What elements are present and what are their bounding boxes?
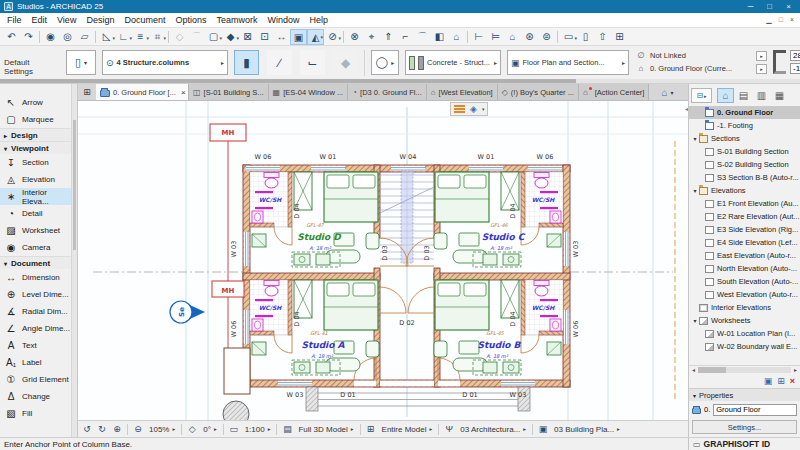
menu-document[interactable]: Document [119,15,170,25]
roof-icon[interactable]: ⌂ [504,29,521,45]
zoom-level-dropdown[interactable]: 105% [146,425,178,434]
pet-palette[interactable]: ◈ ▾ [450,102,488,116]
nav-item-worksheets[interactable]: ▾Worksheets [689,314,800,327]
scroll-right-icon[interactable]: ▸ [791,366,800,373]
nav-item-south-elevation-auto[interactable]: South Elevation (Auto-... [689,275,800,288]
tab-s-01-building-section[interactable]: ◫[S-01 Building S... [189,84,269,100]
nav-item-west-elevation-auto-r[interactable]: West Elevation (Auto-r... [689,288,800,301]
view-map-tab[interactable]: ▤ [735,88,752,103]
project-map-tab[interactable]: ⌂ [717,88,734,103]
toolbox-group-document[interactable]: ▾Document [0,256,71,269]
undo-icon[interactable]: ↶ [3,29,20,45]
trim-icon[interactable]: ⌐ [397,29,414,45]
building-material-dropdown[interactable]: Concrete - Struct... ▸ [405,50,501,75]
flag-end-icon[interactable]: ⊨ [487,29,504,45]
model-icon[interactable]: ▤ [280,424,294,434]
pen-set-icon[interactable]: ▣ [536,424,550,434]
frame-icon[interactable]: ▢ [205,29,222,45]
column-vertical-icon[interactable]: ▮ [234,50,259,75]
zoom-previous-icon[interactable]: ↺ [80,424,94,434]
toolbox-tool-camera[interactable]: ◉Camera [0,239,71,256]
pick-up-parameters-icon[interactable]: ◉ [42,29,59,45]
toolbox-tool-text[interactable]: AText [0,337,71,354]
orientation-dropdown[interactable]: 0° [200,425,219,434]
settings-button[interactable]: Settings... [692,420,797,434]
save-current-view-icon[interactable]: ▣ [764,376,773,386]
guide-lines-icon[interactable]: ◺ [98,29,115,45]
delete-item-icon[interactable]: × [790,376,795,386]
resize-icon[interactable]: ◧ [431,29,448,45]
top-link-button[interactable]: ▸ [756,51,767,61]
elevation-marker[interactable]: Se [170,301,205,323]
nav-item-0-ground-floor[interactable]: 0. Ground Floor [689,106,800,119]
tree-arrow-icon[interactable]: ▾ [691,317,699,324]
nav-item-s-02-building-section[interactable]: S-02 Building Section [689,158,800,171]
move-icon[interactable]: ⊠ [239,29,256,45]
tab-boys-quarter[interactable]: ◇(!) Boy's Quarter ... [498,84,579,100]
nav-item-w-02-boundary-wall-e[interactable]: W-02 Boundary wall E... [689,340,800,353]
toolbox-tool-change[interactable]: ΔChange [0,388,71,405]
infobar-scrollbar[interactable] [0,79,800,83]
tree-arrow-icon[interactable]: ▾ [691,187,699,194]
publisher-tab[interactable]: ▦ [771,88,788,103]
visual-compare-icon[interactable]: ◭ [307,29,324,45]
nav-item-east-elevation-auto-r[interactable]: East Elevation (Auto-r... [689,249,800,262]
nav-item-s-01-building-section[interactable]: S-01 Building Section [689,145,800,158]
toolbox-tool-label[interactable]: A₁Label [0,354,71,371]
zoom-in-icon[interactable]: ⊕ [110,424,124,434]
toolbox-tool-marquee[interactable]: ▢Marquee [0,111,71,128]
window-tools-icon[interactable]: ▭ [560,29,577,45]
window-minimize-button[interactable]: ─ [743,2,758,11]
mdi-close-icon[interactable]: × [790,16,794,24]
window-maximize-button[interactable]: □ [762,2,777,11]
toolbox-group-viewpoint[interactable]: ▾Viewpoint [0,141,71,154]
snap-guides-icon[interactable]: ∟ [115,29,132,45]
menu-edit[interactable]: Edit [27,15,53,25]
scroll-left-icon[interactable]: ◂ [689,366,698,373]
duplicate-window-icon[interactable]: ▯ [577,29,594,45]
window-close-button[interactable]: × [781,2,796,11]
toolbox-tool-dimension[interactable]: ↔Dimension [0,269,71,286]
toolbox-tool-fill[interactable]: ▧Fill [0,405,71,422]
tab-d3-0-ground-floor[interactable]: ◔[D3 0. Ground Fl... [348,84,427,100]
toolbox-tool-section[interactable]: ↧Section [0,154,71,171]
nav-item-w-01-location-plan-i[interactable]: W-01 Location Plan (I... [689,327,800,340]
toolbox-tool-interior-eleva[interactable]: ∗Interior Eleva... [0,188,71,205]
new-folder-icon[interactable]: ⊞ [777,376,785,386]
column-slanted-icon[interactable]: ∕ [267,50,292,75]
tab-action-center[interactable]: ⌂[Action Center] [579,84,649,100]
toolbox-tool-radial-dim[interactable]: ∡Radial Dim... [0,303,71,320]
profile-shape-button[interactable]: ◯ ▸ [371,50,399,75]
raise-window-icon[interactable]: ⇧ [594,29,611,45]
eyedropper-icon[interactable]: ▱ [76,29,93,45]
tab-west-elevation[interactable]: ⌂[West Elevation] [427,84,498,100]
nav-item-interior-elevations[interactable]: Interior Elevations [689,301,800,314]
scale-dropdown[interactable]: 1:100 [242,425,274,434]
redo-icon[interactable]: ↷ [20,29,37,45]
nav-item-1-footing[interactable]: -1. Footing [689,119,800,132]
toolbox-tool-worksheet[interactable]: ▨Worksheet [0,222,71,239]
top-elevation-field[interactable] [790,50,800,61]
autogroup-lock-icon[interactable]: ◆ [222,29,239,45]
gravity-icon[interactable]: ◇ [171,29,188,45]
toolbox-tool-angle-dime[interactable]: ∠Angle Dime... [0,320,71,337]
floor-plan[interactable]: Se W 06 W 01 W 04 W 01 W 06 W 03 W 06 W … [78,101,688,420]
inject-parameters-icon[interactable]: ◎ [59,29,76,45]
tab-close-icon[interactable]: × [181,88,186,97]
floor-plan-display-dropdown[interactable]: ▣ Floor Plan and Section... ▸ [507,50,629,75]
manholes[interactable] [210,124,246,348]
properties-header[interactable]: ▾ Properties [689,388,800,401]
editing-plane-icon[interactable]: ≡ [132,29,149,45]
tree-arrow-icon[interactable]: ▾ [691,135,699,142]
toolbox-scrollbar[interactable] [71,84,77,437]
layout-book-tab[interactable]: ▥ [753,88,770,103]
drawing-canvas[interactable]: Se W 06 W 01 W 04 W 01 W 06 W 03 W 06 W … [78,101,688,420]
toolbox-tool-arrow[interactable]: ↖Arrow [0,94,71,111]
septic-tank[interactable] [223,348,250,420]
story-name-field[interactable] [713,404,797,416]
renovation-filter-dropdown[interactable]: Entire Model [379,425,436,434]
menu-file[interactable]: File [2,15,27,25]
adjust-icon[interactable]: ⌖ [363,29,380,45]
split-icon[interactable]: ⊗ [346,29,363,45]
pen-set-dropdown[interactable]: 03 Building Pla... [551,425,623,434]
